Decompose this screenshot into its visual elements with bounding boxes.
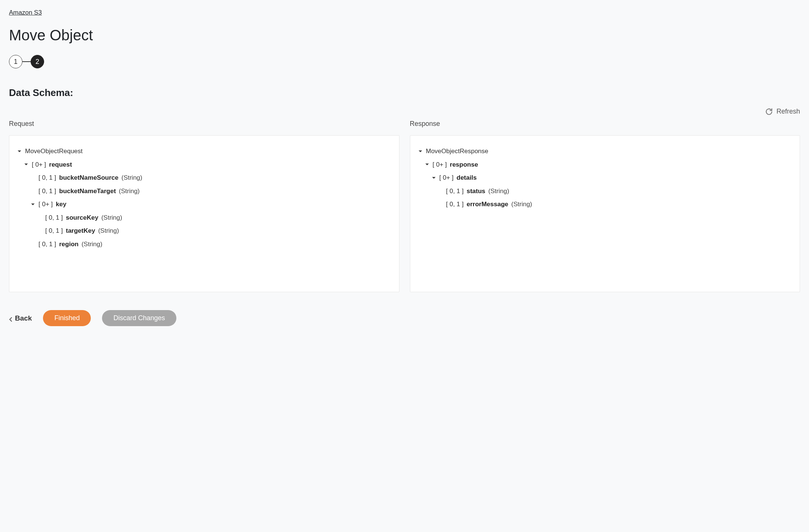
node-name: response — [450, 160, 478, 170]
node-cardinality: [ 0, 1 ] — [45, 226, 63, 236]
node-type: (String) — [119, 186, 140, 196]
chevron-down-icon — [30, 202, 35, 207]
chevron-down-icon — [17, 149, 22, 154]
node-cardinality: [ 0, 1 ] — [38, 186, 56, 196]
node-name: region — [59, 239, 78, 249]
discard-button[interactable]: Discard Changes — [102, 310, 176, 326]
refresh-icon — [765, 108, 773, 115]
node-cardinality: [ 0+ ] — [38, 200, 53, 209]
tree-node-request[interactable]: [ 0+ ] request — [17, 158, 392, 171]
footer-actions: Back Finished Discard Changes — [9, 310, 800, 326]
tree-node-root-request[interactable]: MoveObjectRequest — [17, 145, 392, 158]
stepper: 1 2 — [9, 55, 800, 68]
node-name: key — [56, 200, 66, 209]
node-name: targetKey — [66, 226, 95, 236]
tree-node-buckettarget[interactable]: [ 0, 1 ] bucketNameTarget (String) — [17, 185, 392, 198]
node-name: status — [467, 186, 485, 196]
request-header: Request — [9, 120, 399, 128]
tree-node-status[interactable]: [ 0, 1 ] status (String) — [418, 185, 793, 198]
step-2[interactable]: 2 — [31, 55, 44, 68]
response-panel: MoveObjectResponse [ 0+ ] response [ 0+ … — [410, 135, 800, 292]
node-name: sourceKey — [66, 213, 98, 223]
chevron-left-icon — [9, 316, 13, 321]
chevron-down-icon — [424, 162, 430, 167]
tree-node-details[interactable]: [ 0+ ] details — [418, 171, 793, 185]
step-connector — [22, 61, 31, 62]
back-label: Back — [15, 314, 32, 322]
node-name: MoveObjectRequest — [25, 146, 83, 156]
node-type: (String) — [81, 239, 102, 249]
node-name: MoveObjectResponse — [426, 146, 488, 156]
request-column: Request MoveObjectRequest [ 0+ ] request… — [9, 120, 399, 292]
node-type: (String) — [511, 200, 532, 209]
tree-node-bucketsource[interactable]: [ 0, 1 ] bucketNameSource (String) — [17, 171, 392, 185]
tree-node-region[interactable]: [ 0, 1 ] region (String) — [17, 238, 392, 251]
response-header: Response — [410, 120, 800, 128]
step-1[interactable]: 1 — [9, 55, 22, 68]
breadcrumb-link[interactable]: Amazon S3 — [9, 9, 42, 16]
refresh-label: Refresh — [776, 108, 800, 115]
page-title: Move Object — [9, 27, 800, 44]
node-type: (String) — [101, 213, 122, 223]
node-type: (String) — [98, 226, 119, 236]
node-name: bucketNameSource — [59, 173, 118, 183]
chevron-down-icon — [431, 175, 436, 180]
node-cardinality: [ 0, 1 ] — [446, 200, 464, 209]
node-cardinality: [ 0, 1 ] — [38, 239, 56, 249]
node-name: bucketNameTarget — [59, 186, 116, 196]
back-button[interactable]: Back — [9, 314, 32, 322]
section-title: Data Schema: — [9, 87, 800, 99]
node-cardinality: [ 0+ ] — [433, 160, 447, 170]
tree-node-errormessage[interactable]: [ 0, 1 ] errorMessage (String) — [418, 198, 793, 211]
node-name: request — [49, 160, 72, 170]
node-name: details — [457, 173, 477, 183]
tree-node-response[interactable]: [ 0+ ] response — [418, 158, 793, 171]
node-type: (String) — [121, 173, 142, 183]
node-type: (String) — [488, 186, 509, 196]
tree-node-key[interactable]: [ 0+ ] key — [17, 198, 392, 211]
request-panel: MoveObjectRequest [ 0+ ] request [ 0, 1 … — [9, 135, 399, 292]
finished-button[interactable]: Finished — [43, 310, 91, 326]
node-cardinality: [ 0, 1 ] — [446, 186, 464, 196]
node-cardinality: [ 0+ ] — [32, 160, 46, 170]
node-cardinality: [ 0+ ] — [439, 173, 454, 183]
refresh-button[interactable]: Refresh — [765, 108, 800, 115]
node-cardinality: [ 0, 1 ] — [38, 173, 56, 183]
tree-node-root-response[interactable]: MoveObjectResponse — [418, 145, 793, 158]
node-cardinality: [ 0, 1 ] — [45, 213, 63, 223]
chevron-down-icon — [24, 162, 29, 167]
tree-node-sourcekey[interactable]: [ 0, 1 ] sourceKey (String) — [17, 211, 392, 225]
chevron-down-icon — [418, 149, 423, 154]
node-name: errorMessage — [467, 200, 509, 209]
tree-node-targetkey[interactable]: [ 0, 1 ] targetKey (String) — [17, 224, 392, 238]
response-column: Response MoveObjectResponse [ 0+ ] respo… — [410, 120, 800, 292]
